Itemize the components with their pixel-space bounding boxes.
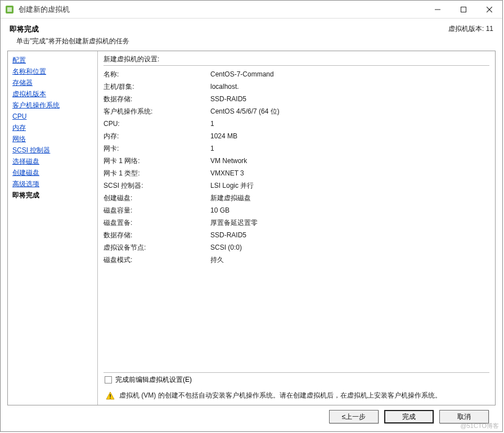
button-bar: ≤上一步 完成 取消 <box>7 405 496 426</box>
sidebar-step-4[interactable]: 客户机操作系统 <box>12 100 93 111</box>
settings-label: 虚拟设备节点: <box>104 241 210 254</box>
settings-heading: 新建虚拟机的设置: <box>104 55 489 64</box>
settings-value: CentOS-7-Command <box>210 68 489 80</box>
warning-row: 虚拟机 (VM) 的创建不包括自动安装客户机操作系统。请在创建虚拟机后，在虚拟机… <box>104 389 489 402</box>
window-controls <box>425 1 502 19</box>
sidebar-step-7[interactable]: 网络 <box>12 133 93 145</box>
settings-value: 新建虚拟磁盘 <box>210 192 489 204</box>
sidebar-step-5[interactable]: CPU <box>12 111 93 122</box>
sidebar-step-10[interactable]: 创建磁盘 <box>12 167 93 178</box>
settings-label: 客户机操作系统: <box>104 105 210 118</box>
settings-label: 名称: <box>104 68 210 80</box>
close-button[interactable] <box>476 1 502 19</box>
settings-value: 10 GB <box>210 204 489 216</box>
settings-row: 网卡:1 <box>104 142 489 155</box>
minimize-button[interactable] <box>425 1 451 19</box>
settings-value: localhost. <box>210 80 489 93</box>
settings-value: VM Network <box>210 155 489 167</box>
warning-text: 虚拟机 (VM) 的创建不包括自动安装客户机操作系统。请在创建虚拟机后，在虚拟机… <box>119 390 442 400</box>
wizard-steps-sidebar: 配置名称和位置存储器虚拟机版本客户机操作系统CPU内存网络SCSI 控制器选择磁… <box>8 51 98 405</box>
window-title: 创建新的虚拟机 <box>19 4 425 15</box>
settings-row: 网卡 1 类型:VMXNET 3 <box>104 167 489 179</box>
settings-row: 数据存储:SSD-RAID5 <box>104 229 489 241</box>
settings-value: 1 <box>210 142 489 155</box>
app-icon <box>5 5 14 14</box>
settings-label: 创建磁盘: <box>104 192 210 204</box>
settings-row: 虚拟设备节点:SCSI (0:0) <box>104 241 489 254</box>
svg-rect-3 <box>461 7 466 12</box>
warning-icon <box>106 391 115 400</box>
titlebar: 创建新的虚拟机 <box>1 1 502 19</box>
settings-value: VMXNET 3 <box>210 167 489 179</box>
content-frame: 配置名称和位置存储器虚拟机版本客户机操作系统CPU内存网络SCSI 控制器选择磁… <box>7 51 496 405</box>
sidebar-step-1[interactable]: 名称和位置 <box>12 66 93 77</box>
svg-rect-8 <box>110 398 111 399</box>
settings-value: 1024 MB <box>210 130 489 142</box>
svg-rect-1 <box>7 7 12 12</box>
settings-row: 创建磁盘:新建虚拟磁盘 <box>104 192 489 204</box>
settings-label: 内存: <box>104 130 210 142</box>
dialog-window: 创建新的虚拟机 即将完成 单击"完成"将开始创建新虚拟机的任务 虚拟机版本: 1… <box>0 0 503 432</box>
wizard-header: 即将完成 单击"完成"将开始创建新虚拟机的任务 虚拟机版本: 11 <box>1 19 502 51</box>
settings-label: 数据存储: <box>104 229 210 241</box>
settings-label: SCSI 控制器: <box>104 179 210 192</box>
sidebar-step-12: 即将完成 <box>12 190 93 201</box>
settings-row: SCSI 控制器:LSI Logic 并行 <box>104 179 489 192</box>
sidebar-step-8[interactable]: SCSI 控制器 <box>12 145 93 156</box>
sidebar-step-0[interactable]: 配置 <box>12 55 93 66</box>
settings-value: 1 <box>210 118 489 130</box>
step-title: 即将完成 <box>10 24 448 34</box>
divider <box>104 65 489 66</box>
settings-label: 主机/群集: <box>104 80 210 93</box>
sidebar-step-3[interactable]: 虚拟机版本 <box>12 88 93 100</box>
settings-row: 名称:CentOS-7-Command <box>104 68 489 80</box>
settings-label: 数据存储: <box>104 93 210 105</box>
settings-row: 主机/群集:localhost. <box>104 80 489 93</box>
settings-label: 磁盘容量: <box>104 204 210 216</box>
settings-label: CPU: <box>104 118 210 130</box>
settings-value: CentOS 4/5/6/7 (64 位) <box>210 105 489 118</box>
vm-version-label: 虚拟机版本: 11 <box>448 24 493 34</box>
settings-value: 持久 <box>210 254 489 266</box>
sidebar-step-6[interactable]: 内存 <box>12 122 93 133</box>
sidebar-step-9[interactable]: 选择磁盘 <box>12 156 93 167</box>
edit-before-finish-row[interactable]: 完成前编辑虚拟机设置(E) <box>104 375 489 385</box>
settings-row: CPU:1 <box>104 118 489 130</box>
settings-row: 客户机操作系统:CentOS 4/5/6/7 (64 位) <box>104 105 489 118</box>
settings-row: 磁盘容量:10 GB <box>104 204 489 216</box>
edit-before-finish-label: 完成前编辑虚拟机设置(E) <box>115 375 192 385</box>
divider <box>104 372 489 373</box>
settings-value: LSI Logic 并行 <box>210 179 489 192</box>
back-button[interactable]: ≤上一步 <box>329 410 379 423</box>
main-panel: 新建虚拟机的设置: 名称:CentOS-7-Command主机/群集:local… <box>98 51 495 405</box>
settings-label: 网卡 1 网络: <box>104 155 210 167</box>
settings-row: 数据存储:SSD-RAID5 <box>104 93 489 105</box>
settings-value: 厚置备延迟置零 <box>210 216 489 229</box>
settings-label: 网卡 1 类型: <box>104 167 210 179</box>
settings-label: 磁盘置备: <box>104 216 210 229</box>
settings-value: SSD-RAID5 <box>210 229 489 241</box>
settings-value: SCSI (0:0) <box>210 241 489 254</box>
settings-label: 磁盘模式: <box>104 254 210 266</box>
finish-button[interactable]: 完成 <box>384 410 434 423</box>
settings-table: 名称:CentOS-7-Command主机/群集:localhost.数据存储:… <box>104 68 489 266</box>
maximize-button[interactable] <box>451 1 476 19</box>
settings-row: 内存:1024 MB <box>104 130 489 142</box>
sidebar-step-11[interactable]: 高级选项 <box>12 178 93 190</box>
settings-row: 网卡 1 网络:VM Network <box>104 155 489 167</box>
edit-before-finish-checkbox[interactable] <box>105 376 112 384</box>
settings-row: 磁盘置备:厚置备延迟置零 <box>104 216 489 229</box>
step-subtitle: 单击"完成"将开始创建新虚拟机的任务 <box>10 37 448 46</box>
settings-row: 磁盘模式:持久 <box>104 254 489 266</box>
settings-label: 网卡: <box>104 142 210 155</box>
sidebar-step-2[interactable]: 存储器 <box>12 77 93 88</box>
cancel-button[interactable]: 取消 <box>439 410 489 423</box>
settings-value: SSD-RAID5 <box>210 93 489 105</box>
svg-rect-7 <box>110 394 111 397</box>
